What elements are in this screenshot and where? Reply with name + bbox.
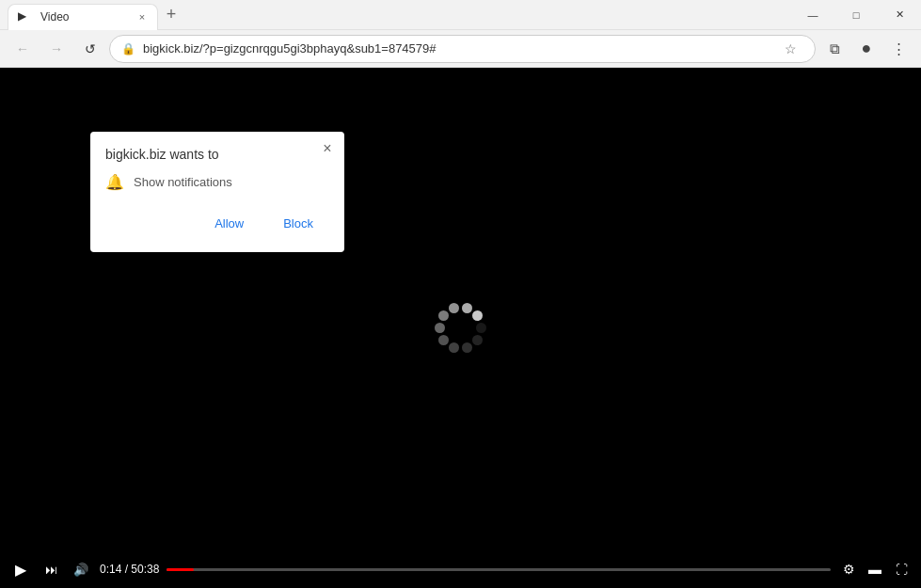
omnibox[interactable]: 🔒 bigkick.biz/?p=gizgcnrqgu5gi3bphayq&su… [109, 35, 816, 63]
reload-button[interactable]: ↺ [75, 34, 105, 64]
volume-button[interactable]: 🔊 [70, 558, 92, 580]
new-tab-button[interactable]: + [158, 2, 184, 28]
tab-close-button[interactable]: × [135, 9, 150, 24]
close-button[interactable]: ✕ [878, 0, 921, 30]
back-button[interactable]: ← [8, 34, 38, 64]
volume-icon: 🔊 [73, 563, 88, 577]
minimize-button[interactable]: — [791, 0, 834, 30]
allow-button[interactable]: Allow [198, 210, 260, 237]
browser-content: ▶ ⏭ 🔊 0:14 / 50:38 ⚙ ▬ ⛶ × bigkick.biz w… [0, 68, 921, 588]
video-controls: ▶ ⏭ 🔊 0:14 / 50:38 ⚙ ▬ ⛶ [0, 550, 921, 588]
extensions-button[interactable]: ⧉ [819, 34, 850, 64]
back-icon: ← [16, 41, 29, 56]
right-controls: ⚙ ▬ ⛶ [838, 559, 912, 580]
toolbar-actions: ⧉ ● ⋮ [819, 34, 913, 64]
reload-icon: ↺ [85, 41, 96, 56]
active-tab[interactable]: ▶ Video × [8, 4, 158, 30]
settings-icon: ⚙ [843, 562, 855, 577]
bookmark-button[interactable]: ☆ [777, 36, 803, 62]
theatre-icon: ▬ [868, 562, 881, 577]
tab-area: ▶ Video × + [8, 0, 791, 29]
play-button[interactable]: ▶ [9, 558, 32, 580]
tab-title: Video [40, 10, 127, 24]
theatre-mode-button[interactable]: ▬ [865, 559, 885, 580]
url-text: bigkick.biz/?p=gizgcnrqgu5gi3bphayq&sub1… [143, 41, 770, 56]
bell-icon: 🔔 [105, 173, 124, 191]
permission-label: Show notifications [134, 175, 232, 189]
window-controls: — □ ✕ [791, 0, 921, 29]
notification-permission-popup: × bigkick.biz wants to 🔔 Show notificati… [90, 132, 344, 252]
next-button[interactable]: ⏭ [40, 558, 62, 580]
maximize-button[interactable]: □ [834, 0, 878, 30]
fullscreen-button[interactable]: ⛶ [891, 559, 912, 580]
fullscreen-icon: ⛶ [896, 563, 908, 577]
popup-permission-row: 🔔 Show notifications [105, 173, 329, 191]
menu-button[interactable]: ⋮ [883, 34, 913, 64]
profile-icon: ● [862, 39, 872, 58]
title-bar: ▶ Video × + — □ ✕ [0, 0, 921, 30]
block-button[interactable]: Block [267, 210, 329, 237]
popup-title: bigkick.biz wants to [105, 147, 329, 162]
bookmark-icon: ☆ [785, 41, 797, 56]
popup-close-button[interactable]: × [318, 139, 337, 158]
security-lock-icon: 🔒 [121, 42, 135, 56]
time-display: 0:14 / 50:38 [100, 563, 159, 576]
next-icon: ⏭ [45, 563, 57, 577]
tab-favicon: ▶ [18, 9, 33, 24]
toolbar: ← → ↺ 🔒 bigkick.biz/?p=gizgcnrqgu5gi3bph… [0, 30, 921, 68]
progress-bar[interactable] [167, 568, 831, 571]
profile-button[interactable]: ● [851, 34, 881, 64]
play-icon: ▶ [15, 561, 26, 579]
loading-spinner [433, 300, 489, 357]
settings-button[interactable]: ⚙ [838, 559, 859, 580]
progress-fill [167, 568, 193, 571]
extensions-icon: ⧉ [830, 40, 840, 57]
forward-button[interactable]: → [41, 34, 71, 64]
omnibox-actions: ☆ [777, 36, 803, 62]
menu-icon: ⋮ [892, 40, 906, 57]
popup-actions: Allow Block [105, 210, 329, 237]
forward-icon: → [50, 41, 63, 56]
